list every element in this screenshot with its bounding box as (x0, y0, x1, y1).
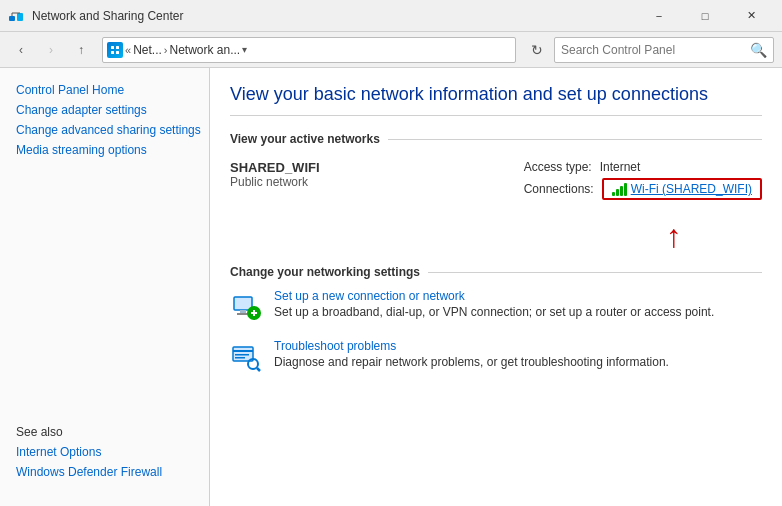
app-icon (8, 8, 24, 24)
change-settings-section: Change your networking settings (230, 265, 762, 373)
troubleshoot-icon (230, 341, 262, 373)
wifi-bar-4 (624, 183, 627, 196)
connections-label: Connections: (524, 182, 594, 196)
new-connection-text: Set up a new connection or network Set u… (274, 289, 714, 319)
main-layout: Control Panel Home Change adapter settin… (0, 68, 782, 506)
sidebar-nav-section: Control Panel Home Change adapter settin… (0, 80, 209, 160)
svg-rect-16 (235, 354, 249, 356)
access-type-label: Access type: (524, 160, 592, 174)
svg-rect-4 (111, 46, 114, 49)
svg-rect-13 (253, 310, 255, 316)
content-area: View your basic network information and … (210, 68, 782, 506)
svg-rect-5 (116, 46, 119, 49)
window-title: Network and Sharing Center (32, 9, 183, 23)
svg-rect-15 (233, 350, 253, 352)
sidebar: Control Panel Home Change adapter settin… (0, 68, 210, 506)
access-type-row: Access type: Internet (524, 160, 762, 174)
wifi-connection-badge[interactable]: Wi-Fi (SHARED_WIFI) (602, 178, 762, 200)
close-button[interactable]: ✕ (728, 0, 774, 32)
new-connection-desc: Set up a broadband, dial-up, or VPN conn… (274, 305, 714, 319)
svg-rect-9 (240, 310, 246, 313)
breadcrumb-dropdown[interactable]: ▾ (242, 44, 247, 55)
control-panel-icon (107, 42, 123, 58)
maximize-button[interactable]: □ (682, 0, 728, 32)
breadcrumb-network-an[interactable]: Network an... (169, 43, 240, 57)
sidebar-item-windows-defender[interactable]: Windows Defender Firewall (0, 462, 209, 482)
wifi-bar-2 (616, 189, 619, 196)
breadcrumb-sep-1: « (125, 44, 131, 56)
see-also-label: See also (0, 422, 209, 442)
title-bar-controls: − □ ✕ (636, 0, 774, 32)
refresh-button[interactable]: ↻ (524, 37, 550, 63)
breadcrumb-net[interactable]: Net... (133, 43, 162, 57)
troubleshoot-link[interactable]: Troubleshoot problems (274, 339, 396, 353)
network-card: SHARED_WIFI Public network Access type: … (230, 156, 762, 208)
sidebar-see-also-section: See also Internet Options Windows Defend… (0, 422, 209, 482)
svg-rect-6 (111, 51, 114, 54)
connections-row: Connections: Wi-Fi (SHARED_WIFI) (524, 178, 762, 200)
wifi-bar-1 (612, 192, 615, 196)
access-info: Access type: Internet Connections: Wi-Fi… (524, 160, 762, 204)
access-type-value: Internet (600, 160, 641, 174)
settings-item-troubleshoot: Troubleshoot problems Diagnose and repai… (230, 339, 762, 373)
breadcrumb-arrow: › (164, 44, 168, 56)
up-button[interactable]: ↑ (68, 37, 94, 63)
active-networks-label: View your active networks (230, 132, 762, 146)
forward-button[interactable]: › (38, 37, 64, 63)
breadcrumb: « Net... › Network an... ▾ (102, 37, 516, 63)
sidebar-item-change-advanced[interactable]: Change advanced sharing settings (0, 120, 209, 140)
svg-rect-0 (9, 16, 15, 21)
svg-rect-1 (17, 13, 23, 21)
sidebar-spacer (0, 172, 209, 422)
settings-item-new-connection: Set up a new connection or network Set u… (230, 289, 762, 323)
annotation-arrow-container: ↑ (230, 218, 762, 255)
svg-rect-17 (235, 357, 245, 359)
search-icon[interactable]: 🔍 (750, 42, 767, 58)
svg-line-19 (257, 368, 260, 371)
change-settings-label: Change your networking settings (230, 265, 762, 279)
search-input[interactable] (561, 43, 746, 57)
network-info: SHARED_WIFI Public network (230, 160, 320, 189)
network-type: Public network (230, 175, 320, 189)
title-bar: Network and Sharing Center − □ ✕ (0, 0, 782, 32)
sidebar-item-control-panel-home[interactable]: Control Panel Home (0, 80, 209, 100)
title-bar-left: Network and Sharing Center (8, 8, 183, 24)
svg-rect-7 (116, 51, 119, 54)
network-name: SHARED_WIFI (230, 160, 320, 175)
troubleshoot-text: Troubleshoot problems Diagnose and repai… (274, 339, 669, 369)
sidebar-item-internet-options[interactable]: Internet Options (0, 442, 209, 462)
page-title: View your basic network information and … (230, 84, 762, 116)
sidebar-item-change-adapter[interactable]: Change adapter settings (0, 100, 209, 120)
new-connection-link[interactable]: Set up a new connection or network (274, 289, 465, 303)
troubleshoot-desc: Diagnose and repair network problems, or… (274, 355, 669, 369)
nav-bar: ‹ › ↑ « Net... › Network an... ▾ ↻ 🔍 (0, 32, 782, 68)
search-box: 🔍 (554, 37, 774, 63)
wifi-bar-3 (620, 186, 623, 196)
back-button[interactable]: ‹ (8, 37, 34, 63)
minimize-button[interactable]: − (636, 0, 682, 32)
wifi-link-text[interactable]: Wi-Fi (SHARED_WIFI) (631, 182, 752, 196)
wifi-signal-bars (612, 182, 627, 196)
red-arrow-icon: ↑ (666, 218, 682, 255)
sidebar-item-media-streaming[interactable]: Media streaming options (0, 140, 209, 160)
new-connection-icon (230, 291, 262, 323)
